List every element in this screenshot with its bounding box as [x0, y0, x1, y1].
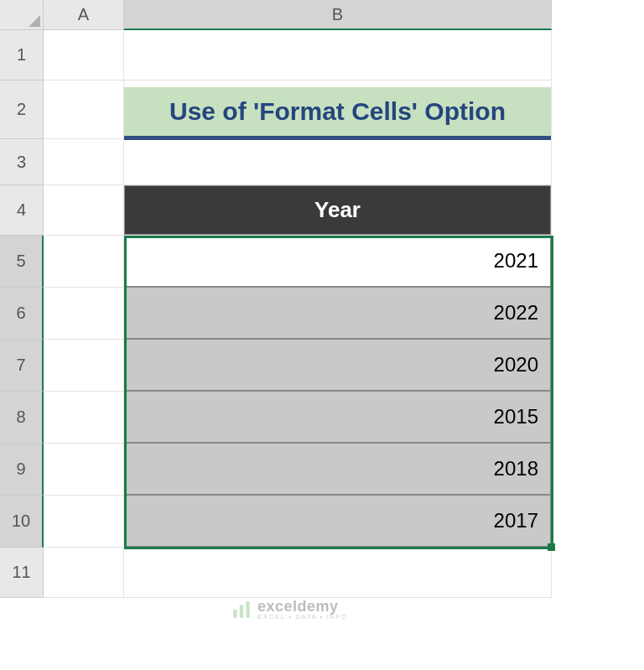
- cell-b8[interactable]: 2015: [124, 392, 552, 444]
- cell-a9[interactable]: [44, 444, 124, 496]
- row-head-7[interactable]: 7: [0, 340, 44, 392]
- spreadsheet-grid: A B 1 2 Use of 'Format Cells' Option 3 4…: [0, 0, 644, 598]
- cell-b2[interactable]: Use of 'Format Cells' Option: [124, 81, 552, 139]
- cell-b10[interactable]: 2017: [124, 496, 552, 548]
- cell-b6[interactable]: 2022: [124, 288, 552, 340]
- svg-rect-1: [240, 605, 243, 617]
- watermark-text: exceldemy EXCEL • DATA • INFO: [257, 598, 348, 621]
- cell-b3[interactable]: [124, 139, 552, 185]
- cell-b4[interactable]: Year: [124, 185, 552, 236]
- select-all-corner[interactable]: [0, 0, 44, 30]
- watermark: exceldemy EXCEL • DATA • INFO: [231, 598, 348, 621]
- cell-a1[interactable]: [44, 30, 124, 81]
- row-head-6[interactable]: 6: [0, 288, 44, 340]
- row-head-1[interactable]: 1: [0, 30, 44, 81]
- cell-b9[interactable]: 2018: [124, 444, 552, 496]
- cell-a3[interactable]: [44, 139, 124, 185]
- svg-rect-0: [233, 610, 236, 618]
- row-head-4[interactable]: 4: [0, 185, 44, 236]
- row-head-11[interactable]: 11: [0, 548, 44, 598]
- cell-a4[interactable]: [44, 185, 124, 236]
- cell-a7[interactable]: [44, 340, 124, 392]
- chart-bars-icon: [231, 599, 252, 621]
- title-banner: Use of 'Format Cells' Option: [124, 87, 551, 140]
- cell-a8[interactable]: [44, 392, 124, 444]
- row-head-10[interactable]: 10: [0, 496, 44, 548]
- cell-b5[interactable]: 2021: [124, 236, 552, 288]
- row-head-3[interactable]: 3: [0, 139, 44, 185]
- cell-a2[interactable]: [44, 81, 124, 139]
- table-header: Year: [124, 185, 551, 235]
- cell-a6[interactable]: [44, 288, 124, 340]
- col-head-a[interactable]: A: [44, 0, 124, 30]
- col-head-b[interactable]: B: [124, 0, 552, 30]
- cell-b1[interactable]: [124, 30, 552, 81]
- cell-b7[interactable]: 2020: [124, 340, 552, 392]
- row-head-9[interactable]: 9: [0, 444, 44, 496]
- cell-a11[interactable]: [44, 548, 124, 598]
- cell-a10[interactable]: [44, 496, 124, 548]
- row-head-2[interactable]: 2: [0, 81, 44, 139]
- cell-b11[interactable]: [124, 548, 552, 598]
- row-head-5[interactable]: 5: [0, 236, 44, 288]
- row-head-8[interactable]: 8: [0, 392, 44, 444]
- svg-rect-2: [246, 601, 249, 618]
- cell-a5[interactable]: [44, 236, 124, 288]
